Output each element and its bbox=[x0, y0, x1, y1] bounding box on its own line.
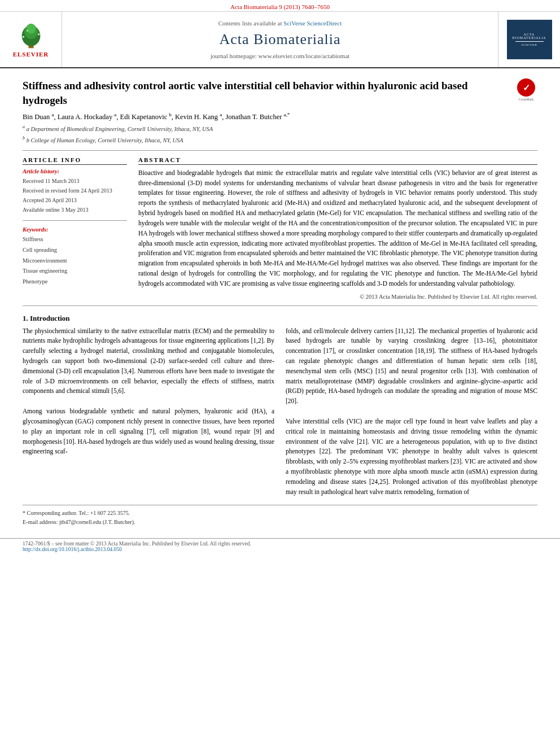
svg-point-5 bbox=[37, 33, 40, 36]
divider-after-affiliations bbox=[23, 150, 537, 151]
keywords-list: Stiffness Cell spreading Microenvironmen… bbox=[23, 234, 127, 287]
sciverse-line: Contents lists available at SciVerse Sci… bbox=[218, 20, 342, 27]
crossmark-icon[interactable]: ✓ bbox=[517, 78, 535, 97]
article-dates: Received 11 March 2013 Received in revis… bbox=[23, 176, 127, 215]
journal-title: Acta Biomaterialia bbox=[219, 31, 340, 48]
crossmark-label: CrossMark bbox=[519, 98, 534, 101]
abstract-copyright: © 2013 Acta Materialia Inc. Published by… bbox=[138, 294, 537, 300]
article-info-abstract-row: ARTICLE INFO Article history: Received 1… bbox=[23, 156, 537, 300]
keywords-label: Keywords: bbox=[23, 226, 127, 233]
journal-homepage: journal homepage: www.elsevier.com/locat… bbox=[211, 53, 350, 59]
svg-point-3 bbox=[26, 24, 35, 34]
body-intro-section: 1. Introduction The physiochemical simil… bbox=[23, 314, 537, 497]
footnote-corresponding: * Corresponding author. Tel.: +1 607 225… bbox=[23, 509, 537, 518]
intro-col1: The physiochemical similarity to the nat… bbox=[23, 326, 274, 497]
journal-logo-area: ACTA BIOMATERIALIA ELSEVIER bbox=[498, 12, 560, 67]
elsevier-wordmark: ELSEVIER bbox=[13, 51, 49, 58]
article-info-heading: ARTICLE INFO bbox=[23, 156, 127, 165]
crossmark-area[interactable]: ✓ CrossMark bbox=[515, 78, 537, 101]
journal-title-area: Contents lists available at SciVerse Sci… bbox=[62, 12, 498, 67]
intro-heading: 1. Introduction bbox=[23, 314, 537, 323]
logo-subtext: ELSEVIER bbox=[522, 43, 537, 46]
svg-point-6 bbox=[27, 30, 28, 32]
abstract-heading: ABSTRACT bbox=[138, 156, 537, 165]
logo-text2: BIOMATERIALIA bbox=[513, 36, 546, 40]
authors-text: Bin Duan a, Laura A. Hockaday a, Edi Kap… bbox=[23, 113, 290, 121]
footnote-email: E-mail address: jtb47@cornell.edu (J.T. … bbox=[23, 518, 537, 527]
svg-point-4 bbox=[22, 36, 24, 38]
abstract-text: Bioactive and biodegradable hydrogels th… bbox=[138, 168, 537, 289]
journal-banner: ELSEVIER Contents lists available at Sci… bbox=[0, 12, 560, 68]
article-title-row: Stiffness and adhesivity control aortic … bbox=[23, 78, 537, 107]
journal-logo-box: ACTA BIOMATERIALIA ELSEVIER bbox=[507, 20, 552, 59]
sciverse-link[interactable]: SciVerse ScienceDirect bbox=[283, 20, 342, 27]
article-content: Stiffness and adhesivity control aortic … bbox=[0, 68, 560, 532]
article-info-col: ARTICLE INFO Article history: Received 1… bbox=[23, 156, 127, 300]
elsevier-logo-area: ELSEVIER bbox=[0, 12, 62, 67]
abstract-col: ABSTRACT Bioactive and biodegradable hyd… bbox=[138, 156, 537, 300]
affiliation-b: b b College of Human Ecology, Cornell Un… bbox=[23, 135, 537, 145]
divider-body bbox=[23, 305, 537, 306]
footer-doi[interactable]: http://dx.doi.org/10.1016/j.actbio.2013.… bbox=[23, 547, 537, 552]
journal-citation: Acta Biomaterialia 9 (2013) 7640–7650 bbox=[230, 3, 330, 10]
footer-bar: 1742-7061/$ – see front matter © 2013 Ac… bbox=[0, 538, 560, 554]
intro-col1-text: The physiochemical similarity to the nat… bbox=[23, 326, 274, 397]
intro-two-col: The physiochemical similarity to the nat… bbox=[23, 326, 537, 497]
elsevier-tree-icon bbox=[11, 21, 51, 50]
footer-issn: 1742-7061/$ – see front matter © 2013 Ac… bbox=[23, 541, 537, 547]
footnote-section: * Corresponding author. Tel.: +1 607 225… bbox=[23, 505, 537, 527]
affiliation-a: a a Department of Biomedical Engineering… bbox=[23, 124, 537, 133]
intro-col2-text2: Valve interstitial cells (VIC) are the m… bbox=[286, 417, 537, 497]
intro-col2: folds, and cell/molecule delivery carrie… bbox=[286, 326, 537, 497]
journal-citation-bar: Acta Biomaterialia 9 (2013) 7640–7650 bbox=[0, 0, 560, 12]
authors-line: Bin Duan a, Laura A. Hockaday a, Edi Kap… bbox=[23, 112, 537, 121]
divider-keywords bbox=[23, 220, 127, 221]
intro-col2-text: folds, and cell/molecule delivery carrie… bbox=[286, 326, 537, 407]
article-title: Stiffness and adhesivity control aortic … bbox=[23, 78, 508, 107]
keywords-section: Keywords: Stiffness Cell spreading Micro… bbox=[23, 226, 127, 287]
article-history-label: Article history: bbox=[23, 168, 127, 174]
intro-col1-text2: Among various biodegradable synthetic an… bbox=[23, 407, 274, 457]
